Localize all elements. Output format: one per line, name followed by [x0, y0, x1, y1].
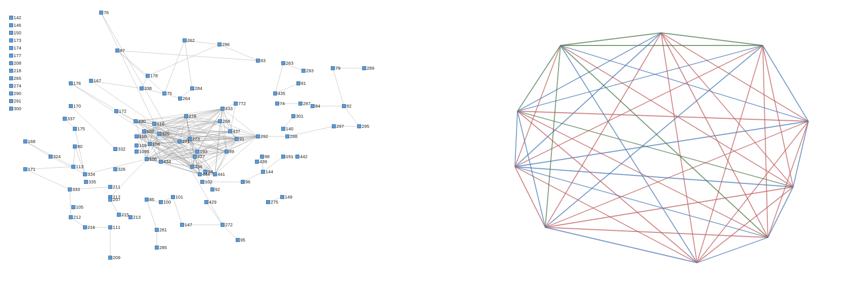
right-network-panel	[434, 0, 868, 289]
left-network-canvas	[0, 0, 434, 289]
right-network-canvas	[434, 0, 868, 289]
left-network-panel	[0, 0, 434, 289]
